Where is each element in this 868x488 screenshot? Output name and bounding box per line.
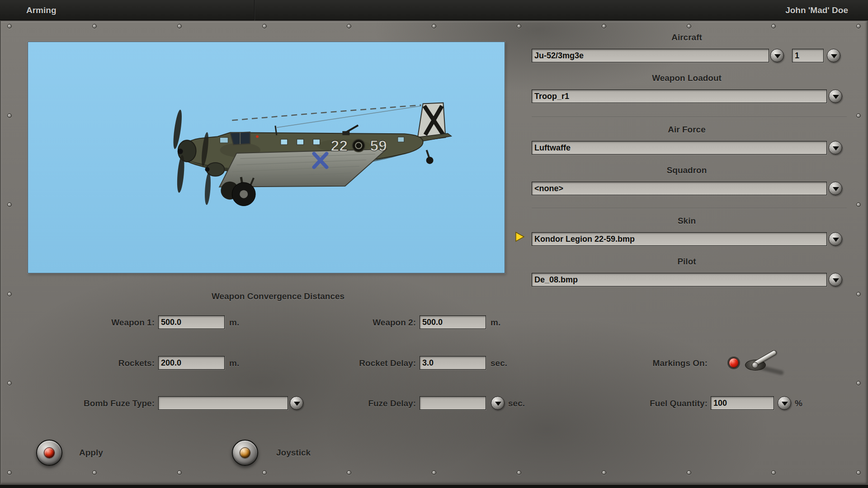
tail-wheel bbox=[426, 150, 434, 164]
red-button-dome bbox=[44, 447, 55, 458]
rivet-screw bbox=[856, 202, 861, 207]
cursor-pointer-icon bbox=[514, 231, 525, 242]
rocket-delay-input[interactable] bbox=[420, 356, 486, 370]
joystick-button[interactable] bbox=[232, 440, 258, 466]
joystick-label: Joystick bbox=[276, 448, 311, 458]
rivet-screw bbox=[432, 470, 436, 475]
squadron-arrow[interactable] bbox=[829, 182, 842, 195]
chevron-down-icon bbox=[833, 95, 839, 99]
rockets-label: Rockets: bbox=[64, 358, 155, 368]
skin-arrow[interactable] bbox=[829, 232, 842, 246]
rivet-screw bbox=[177, 470, 182, 475]
red-marking-dot bbox=[256, 135, 259, 138]
fuze-delay-input[interactable] bbox=[420, 396, 486, 410]
pilot-select[interactable]: De_08.bmp bbox=[532, 273, 827, 286]
chevron-down-icon bbox=[833, 146, 839, 150]
rivet-screw bbox=[687, 470, 691, 475]
weapon2-unit: m. bbox=[491, 318, 500, 328]
skin-select[interactable]: Kondor Legion 22-59.bmp bbox=[532, 232, 827, 246]
fuel-quantity-input[interactable] bbox=[711, 396, 774, 410]
convergence-title: Weapon Convergence Distances bbox=[158, 291, 398, 301]
rivet-screw bbox=[7, 381, 12, 385]
rivet-screw bbox=[347, 24, 351, 28]
fuel-quantity-label: Fuel Quantity: bbox=[613, 399, 708, 408]
rivet-screw bbox=[262, 470, 267, 475]
aircraft-select-arrow[interactable] bbox=[770, 49, 784, 62]
rivet-screw bbox=[517, 24, 521, 28]
rivet-screw bbox=[856, 381, 861, 385]
apply-label: Apply bbox=[79, 448, 103, 458]
toggle-pivot bbox=[752, 362, 758, 368]
markings-label: Markings On: bbox=[617, 358, 708, 368]
rivet-screw bbox=[856, 292, 861, 296]
fuze-delay-unit: sec. bbox=[508, 399, 525, 408]
rockets-input[interactable] bbox=[158, 356, 225, 370]
rivet-screw bbox=[347, 470, 351, 475]
squadron-label: Squadron bbox=[532, 165, 842, 175]
titlebar-divider bbox=[254, 0, 255, 20]
chevron-down-icon bbox=[833, 187, 839, 191]
chevron-down-icon bbox=[833, 238, 839, 242]
rocket-delay-label: Rocket Delay: bbox=[303, 358, 416, 368]
amber-button-dome bbox=[240, 447, 250, 458]
rivet-screw bbox=[602, 470, 606, 475]
fuze-delay-label: Fuze Delay: bbox=[303, 399, 416, 408]
aircraft-preview: 22 59 bbox=[28, 42, 505, 273]
weapon-loadout-select[interactable]: Troop_r1 bbox=[532, 89, 827, 103]
air-force-select[interactable]: Luftwaffe bbox=[532, 141, 827, 155]
weapon1-input[interactable] bbox=[158, 315, 225, 329]
apply-button[interactable] bbox=[36, 440, 62, 466]
rivet-screw bbox=[262, 24, 267, 28]
rivet-screw bbox=[856, 24, 861, 28]
bomb-fuze-arrow[interactable] bbox=[290, 396, 303, 410]
rivet-screw bbox=[7, 470, 12, 475]
chevron-down-icon bbox=[774, 54, 781, 58]
pilot-arrow[interactable] bbox=[829, 273, 842, 286]
rivet-screw bbox=[177, 24, 182, 28]
fuze-delay-arrow[interactable] bbox=[491, 396, 505, 410]
weapon1-label: Weapon 1: bbox=[64, 318, 155, 328]
rivet-screw bbox=[602, 24, 606, 28]
bomb-fuze-label: Bomb Fuze Type: bbox=[42, 399, 155, 408]
rivet-screw bbox=[92, 24, 97, 28]
rivet-screw bbox=[432, 24, 436, 28]
aircraft-count-input[interactable] bbox=[792, 49, 824, 62]
weapon-loadout-arrow[interactable] bbox=[829, 89, 842, 103]
weapon1-unit: m. bbox=[229, 318, 239, 328]
rivet-screw bbox=[517, 470, 521, 475]
markings-toggle[interactable] bbox=[722, 346, 812, 382]
pilot-label: Pilot bbox=[532, 257, 842, 267]
bomb-fuze-select[interactable] bbox=[158, 396, 288, 410]
rivet-screw bbox=[7, 24, 12, 28]
chevron-down-icon bbox=[495, 402, 501, 406]
fuselage-emblem bbox=[352, 139, 365, 152]
fuselage-number-right: 59 bbox=[370, 137, 387, 154]
rivet-screw bbox=[92, 470, 97, 475]
player-name: John 'Mad' Doe bbox=[785, 0, 848, 20]
aircraft-preview-plane: 22 59 bbox=[28, 42, 505, 273]
screen-title: Arming bbox=[26, 0, 57, 20]
antenna-wire bbox=[277, 106, 421, 127]
chevron-down-icon bbox=[831, 54, 837, 58]
nose-engine-propeller bbox=[172, 109, 196, 193]
bottom-strip bbox=[0, 485, 868, 488]
arming-screen: Arming John 'Mad' Doe bbox=[0, 0, 868, 488]
rivet-screw bbox=[771, 470, 776, 475]
titlebar: Arming John 'Mad' Doe bbox=[0, 0, 868, 20]
air-force-arrow[interactable] bbox=[829, 141, 842, 155]
fuel-quantity-arrow[interactable] bbox=[778, 396, 791, 410]
weapon2-input[interactable] bbox=[420, 315, 486, 329]
aircraft-count-arrow[interactable] bbox=[827, 49, 840, 62]
squadron-select[interactable]: <none> bbox=[532, 182, 827, 195]
separator bbox=[532, 208, 847, 209]
separator bbox=[532, 117, 847, 117]
air-force-label: Air Force bbox=[532, 125, 842, 135]
rivet-screw bbox=[856, 113, 861, 118]
plane-wing bbox=[219, 149, 387, 187]
chevron-down-icon bbox=[782, 402, 788, 406]
rivet-screw bbox=[856, 470, 861, 475]
aircraft-select[interactable]: Ju-52/3mg3e bbox=[532, 49, 769, 62]
rivet-screw bbox=[7, 113, 12, 118]
rocket-delay-unit: sec. bbox=[491, 358, 507, 368]
weapon-loadout-label: Weapon Loadout bbox=[532, 73, 842, 83]
